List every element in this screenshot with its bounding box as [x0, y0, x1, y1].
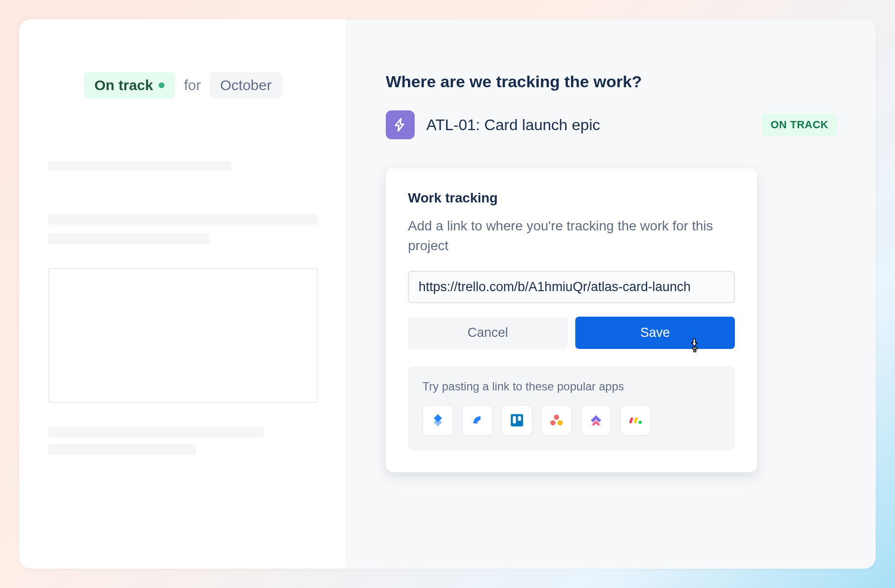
placeholder-line	[48, 214, 318, 225]
status-dot-icon	[159, 82, 164, 88]
url-input[interactable]	[408, 271, 735, 303]
placeholder-box	[48, 268, 318, 403]
app-trello-icon[interactable]	[502, 405, 532, 436]
svg-rect-1	[513, 416, 516, 424]
svg-rect-0	[511, 414, 523, 427]
left-panel: On track for October	[19, 19, 347, 569]
card-title: Work tracking	[408, 190, 735, 206]
button-row: Cancel Save	[408, 317, 735, 349]
month-label: October	[220, 77, 272, 93]
placeholder-line	[48, 161, 231, 171]
section-title: Where are we tracking the work?	[386, 72, 837, 91]
svg-point-4	[550, 420, 556, 426]
card-description: Add a link to where you're tracking the …	[408, 216, 735, 255]
month-badge[interactable]: October	[210, 72, 283, 98]
svg-rect-7	[634, 417, 638, 424]
epic-title: ATL-01: Card launch epic	[426, 116, 750, 134]
svg-point-5	[557, 420, 563, 426]
svg-point-8	[638, 421, 641, 424]
app-monday-icon[interactable]	[620, 405, 651, 436]
epic-status-badge: ON TRACK	[762, 114, 837, 136]
epic-row[interactable]: ATL-01: Card launch epic ON TRACK	[386, 110, 837, 139]
svg-rect-2	[518, 416, 521, 421]
status-label: On track	[95, 77, 153, 94]
placeholder-line	[48, 427, 264, 438]
svg-rect-6	[629, 417, 633, 424]
app-asana-icon[interactable]	[541, 405, 572, 436]
for-label: for	[184, 77, 201, 94]
save-button[interactable]: Save	[575, 317, 735, 349]
placeholder-line	[48, 233, 210, 244]
epic-bolt-icon	[386, 110, 415, 139]
status-row: On track for October	[48, 72, 318, 98]
app-window: On track for October Where are we tracki…	[19, 19, 876, 569]
apps-hint: Try pasting a link to these popular apps	[422, 380, 720, 393]
app-jpd-icon[interactable]	[462, 405, 493, 436]
app-jira-icon[interactable]	[422, 405, 453, 436]
svg-point-3	[554, 415, 559, 420]
apps-row	[422, 405, 720, 436]
work-tracking-card: Work tracking Add a link to where you're…	[386, 168, 757, 472]
app-clickup-icon[interactable]	[581, 405, 611, 436]
placeholder-line	[48, 444, 196, 455]
right-panel: Where are we tracking the work? ATL-01: …	[347, 19, 876, 569]
status-badge[interactable]: On track	[84, 72, 176, 98]
popular-apps-box: Try pasting a link to these popular apps	[408, 366, 735, 450]
cancel-button[interactable]: Cancel	[408, 317, 568, 349]
